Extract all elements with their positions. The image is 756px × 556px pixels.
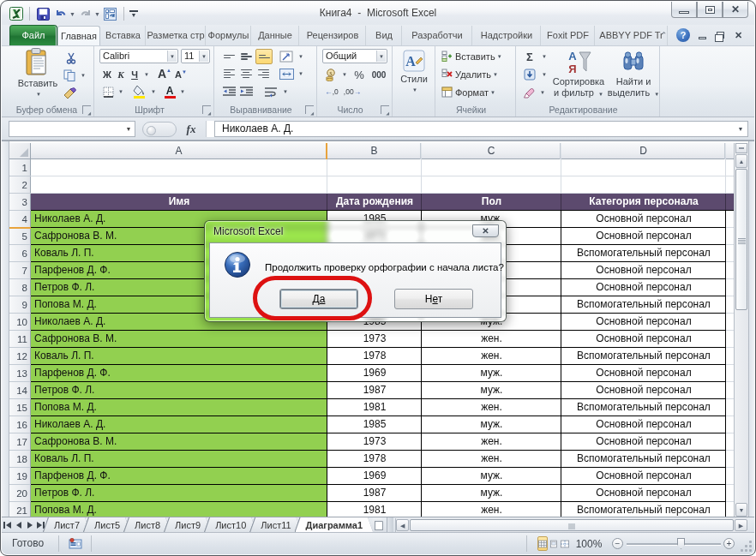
- cell-D19[interactable]: Основной персонал: [561, 468, 726, 485]
- cell-B18[interactable]: 1978: [327, 451, 422, 468]
- decrease-indent-icon[interactable]: [221, 85, 237, 99]
- cell-A20[interactable]: Петров Ф. Л.: [31, 485, 327, 502]
- decrease-decimal-icon[interactable]: ,00→: [343, 86, 362, 98]
- cell-A1[interactable]: [31, 159, 327, 176]
- clear-icon[interactable]: [521, 86, 537, 99]
- cell-D1[interactable]: [561, 159, 726, 176]
- cell-B19[interactable]: 1969: [327, 468, 422, 485]
- sheet-tab-лист7[interactable]: Лист7: [44, 517, 90, 532]
- cell-D5[interactable]: Основной персонал: [561, 228, 726, 245]
- cell-D16[interactable]: Основной персонал: [561, 416, 726, 433]
- row-header-20[interactable]: 20: [9, 485, 31, 502]
- cell-C1[interactable]: [422, 159, 561, 176]
- format-painter-icon[interactable]: [62, 86, 77, 101]
- cell-B17[interactable]: 1973: [327, 433, 422, 451]
- font-dialog-launcher[interactable]: [202, 105, 211, 114]
- cell-C20[interactable]: муж.: [422, 485, 561, 502]
- cell-A21[interactable]: Попова М. Д.: [31, 502, 327, 517]
- cell-A14[interactable]: Петров Ф. Л.: [31, 382, 327, 399]
- format-cells-button[interactable]: Формат▼: [441, 87, 495, 98]
- cell-D10[interactable]: Основной персонал: [561, 314, 726, 331]
- page-layout-view-button[interactable]: [549, 536, 559, 551]
- bold-button[interactable]: Ж: [101, 68, 113, 81]
- increase-indent-icon[interactable]: [238, 85, 254, 99]
- underline-dropdown[interactable]: ▼: [144, 72, 149, 77]
- header-cell-A3[interactable]: Имя: [31, 194, 327, 211]
- cell-C2[interactable]: [422, 176, 561, 194]
- sheet-tab-лист5[interactable]: Лист5: [84, 517, 130, 532]
- ribbon-tab-разметка-стр[interactable]: Разметка стр: [146, 26, 206, 45]
- merge-center-dropdown[interactable]: ▼: [298, 71, 303, 76]
- sheet-tab-лист9[interactable]: Лист9: [165, 517, 211, 532]
- align-left-icon[interactable]: [221, 67, 237, 81]
- close-button[interactable]: ✕: [723, 2, 748, 18]
- row-header-18[interactable]: 18: [9, 451, 31, 468]
- cell-B1[interactable]: [327, 159, 422, 176]
- cell-C16[interactable]: муж.: [422, 416, 561, 433]
- insert-cells-button[interactable]: Вставить▼: [441, 51, 502, 62]
- name-box[interactable]: ▼: [9, 121, 135, 137]
- zoom-in-button[interactable]: +: [723, 538, 735, 549]
- window-resize-grip[interactable]: [741, 541, 752, 552]
- cell-A12[interactable]: Коваль Л. П.: [31, 348, 327, 365]
- cell-D2[interactable]: [561, 176, 726, 194]
- scroll-up-button[interactable]: ▲: [735, 154, 747, 168]
- shrink-font-button[interactable]: А▼: [175, 69, 187, 81]
- tab-scrollbar-splitter[interactable]: [387, 517, 393, 532]
- cell-A13[interactable]: Парфенов Д. Ф.: [31, 365, 327, 382]
- row-header-4[interactable]: 4: [9, 211, 31, 228]
- paste-dropdown[interactable]: ▼: [36, 89, 41, 100]
- dialog-close-button[interactable]: ✕: [472, 224, 499, 237]
- number-format-combo[interactable]: Общий▼: [322, 49, 387, 63]
- cell-B20[interactable]: 1987: [327, 485, 422, 502]
- sheet-tab-лист8[interactable]: Лист8: [124, 517, 171, 532]
- ribbon-tab-вставка[interactable]: Вставка: [100, 26, 146, 45]
- prev-sheet-button[interactable]: [13, 517, 24, 532]
- currency-dropdown[interactable]: ▼: [342, 72, 347, 77]
- cell-A16[interactable]: Николаев А. Д.: [31, 416, 327, 433]
- ribbon-tab-foxit-pdf[interactable]: Foxit PDF: [541, 26, 595, 45]
- number-format-dropdown[interactable]: ▼: [376, 51, 386, 62]
- ribbon-tab-надстройки[interactable]: Надстройки: [472, 26, 541, 45]
- expand-formula-bar-icon[interactable]: ▼: [734, 121, 748, 137]
- grow-font-button[interactable]: А▲: [158, 67, 171, 81]
- align-middle-icon[interactable]: [238, 50, 254, 63]
- sort-filter-button[interactable]: АЯ Сортировка и фильтр ▼: [549, 49, 609, 100]
- column-header-B[interactable]: B: [327, 143, 422, 159]
- row-header-14[interactable]: 14: [9, 382, 31, 399]
- wrap-text-icon[interactable]: [262, 85, 279, 99]
- row-header-12[interactable]: 12: [9, 348, 31, 365]
- align-center-icon[interactable]: [238, 67, 254, 81]
- row-header-8[interactable]: 8: [9, 279, 31, 296]
- cell-A2[interactable]: [31, 176, 327, 194]
- cell-C14[interactable]: муж.: [422, 382, 561, 399]
- copy-dropdown[interactable]: ▼: [81, 73, 86, 78]
- no-button[interactable]: Нет: [394, 289, 473, 309]
- merge-center-icon[interactable]: [278, 67, 295, 81]
- cell-C18[interactable]: жен.: [422, 451, 561, 468]
- help-icon[interactable]: ?: [676, 28, 690, 42]
- cell-B11[interactable]: 1973: [327, 331, 422, 348]
- ribbon-tab-вид[interactable]: Вид: [366, 26, 402, 45]
- font-name-combo[interactable]: Calibri▼: [99, 49, 178, 63]
- row-header-19[interactable]: 19: [9, 468, 31, 485]
- column-header-A[interactable]: A: [31, 143, 327, 159]
- row-header-17[interactable]: 17: [9, 433, 31, 451]
- row-header-11[interactable]: 11: [9, 331, 31, 348]
- cell-D18[interactable]: Вспомогательный персонал: [561, 451, 726, 468]
- header-cell-D3[interactable]: Категория персонала: [561, 194, 726, 211]
- copy-icon[interactable]: [62, 69, 77, 82]
- styles-dropdown[interactable]: ▼: [412, 85, 417, 96]
- row-header-1[interactable]: 1: [9, 159, 31, 176]
- header-cell-C3[interactable]: Пол: [422, 194, 561, 211]
- name-box-dropdown[interactable]: ▼: [123, 122, 135, 136]
- borders-icon[interactable]: [101, 85, 115, 99]
- normal-view-button[interactable]: [537, 536, 548, 551]
- macro-record-button[interactable]: [67, 536, 84, 550]
- scroll-right-button[interactable]: ▶: [735, 519, 747, 531]
- delete-cells-button[interactable]: Удалить▼: [441, 69, 498, 80]
- orientation-icon[interactable]: [278, 50, 295, 63]
- ribbon-tab-file[interactable]: Файл: [9, 25, 57, 45]
- styles-button[interactable]: A Стили ▼: [396, 50, 432, 96]
- find-select-button[interactable]: Найти и выделить ▼: [609, 49, 658, 100]
